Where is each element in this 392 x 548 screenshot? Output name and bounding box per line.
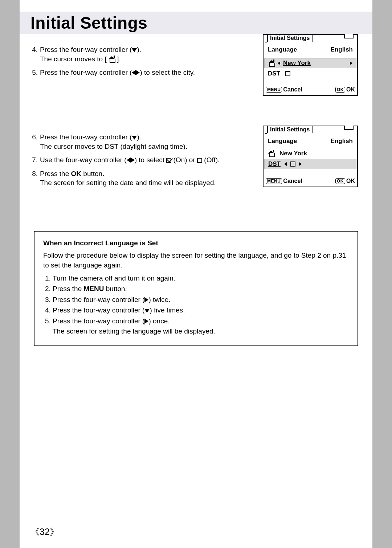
manual-page: Initial Settings 4.Press the four-way co… [20, 0, 372, 548]
checkbox-checked-icon [166, 158, 171, 163]
ok-box-icon-2: OK [335, 178, 345, 184]
triangle-left-icon [127, 158, 131, 163]
lcd-ok-label: OK [346, 86, 355, 93]
steps-column-b: 6.Press the four-way controller ().The c… [30, 132, 252, 188]
instruction-step: 7.Use the four-way controller () to sele… [30, 155, 252, 165]
instruction-step: 5.Press the four-way controller () to se… [30, 68, 252, 77]
lcd-tab-title-2: Initial Settings [267, 126, 313, 133]
callout-list-item: Press the four-way controller () once.Th… [53, 316, 349, 336]
lcd-city-value-2: New York [279, 150, 307, 157]
step-number: 5. [30, 68, 40, 77]
callout-title: When an Incorrect Language is Set [43, 238, 349, 248]
lcd-row-language-2: Language English [267, 136, 354, 146]
home-icon [109, 56, 115, 62]
step-text: Use the four-way controller () to select… [40, 155, 252, 165]
callout-list-item: Press the four-way controller () twice. [53, 295, 349, 305]
lcd-screen-city: Initial Settings Language English New Yo… [263, 34, 358, 96]
triangle-down-icon [132, 48, 137, 52]
lcd-tab-title: Initial Settings [267, 34, 313, 42]
callout-list: Turn the camera off and turn it on again… [43, 273, 349, 336]
step-number: 8. [30, 169, 40, 179]
menu-bold-label: MENU [84, 285, 104, 293]
triangle-right-icon [350, 61, 352, 65]
triangle-left-icon-2 [284, 162, 287, 166]
ok-box-icon: OK [335, 87, 345, 93]
home-icon-2 [268, 151, 274, 156]
step-text: Press the four-way controller ().The cur… [40, 132, 252, 151]
triangle-right-icon [144, 297, 148, 302]
callout-list-item: Turn the camera off and turn it on again… [53, 273, 349, 283]
menu-box-icon: MENU [266, 87, 282, 93]
lcd-row-language: Language English [267, 45, 354, 54]
lcd-screen-dst: Initial Settings Language English New Yo… [263, 126, 358, 187]
lcd-notch-2 [344, 126, 354, 130]
instruction-step: 8.Press the OK button.The screen for set… [30, 169, 252, 188]
triangle-right-icon [144, 319, 148, 324]
incorrect-language-callout: When an Incorrect Language is Set Follow… [34, 231, 358, 346]
step-text: Press the OK button.The screen for setti… [40, 169, 252, 188]
lcd-cancel-label-2: Cancel [283, 178, 302, 184]
step-text: Press the four-way controller ().The cur… [40, 45, 252, 64]
checkbox-empty-icon [197, 158, 202, 163]
checkbox-empty-icon-2 [290, 161, 295, 167]
callout-list-item: Press the four-way controller () five ti… [53, 305, 349, 315]
steps-column: 4.Press the four-way controller ().The c… [30, 45, 252, 77]
callout-intro: Follow the procedure below to display th… [43, 250, 349, 270]
lcd-language-label-2: Language [268, 138, 297, 145]
instruction-step: 6.Press the four-way controller ().The c… [30, 132, 252, 151]
checkbox-empty-icon [285, 71, 290, 76]
lcd-row-dst-selected: DST [264, 159, 356, 169]
lcd-cancel-label: Cancel [283, 86, 302, 93]
instruction-step: 4.Press the four-way controller ().The c… [30, 45, 252, 64]
triangle-right-icon-2 [299, 162, 302, 166]
step-number: 4. [30, 45, 40, 54]
triangle-right-icon [131, 158, 135, 163]
triangle-down-icon [144, 309, 150, 313]
lcd-row-dst: DST [267, 69, 354, 78]
home-icon [268, 60, 275, 66]
lcd-language-label: Language [268, 46, 297, 53]
content-area: 4.Press the four-way controller ().The c… [20, 34, 372, 346]
lcd-language-value: English [331, 46, 353, 53]
triangle-right-icon [136, 70, 140, 75]
step-number: 6. [30, 132, 40, 142]
callout-list-item: Press the MENU button. [53, 284, 349, 294]
lcd-footer: MENUCancel OKOK [264, 85, 357, 95]
title-band: Initial Settings [20, 12, 372, 34]
triangle-down-icon [132, 136, 137, 140]
lcd-dst-label-2: DST [268, 160, 281, 168]
lcd-language-value-2: English [331, 138, 353, 145]
triangle-left-icon [132, 70, 136, 75]
lcd-row-city-selected: New York [264, 58, 356, 68]
page-title: Initial Settings [30, 13, 372, 33]
lcd-dst-label: DST [268, 70, 280, 77]
step-text: Press the four-way controller () to sele… [40, 68, 252, 77]
lcd-footer-2: MENUCancel OKOK [264, 176, 357, 187]
page-number: 《32》 [30, 526, 59, 538]
triangle-left-icon [278, 61, 280, 65]
step-number: 7. [30, 155, 40, 165]
lcd-city-value: New York [283, 60, 311, 67]
lcd-row-city-2: New York [267, 149, 354, 158]
lcd-notch [344, 34, 354, 38]
menu-box-icon-2: MENU [266, 178, 282, 184]
ok-bold-label: OK [71, 170, 82, 177]
lcd-ok-label-2: OK [346, 178, 355, 184]
